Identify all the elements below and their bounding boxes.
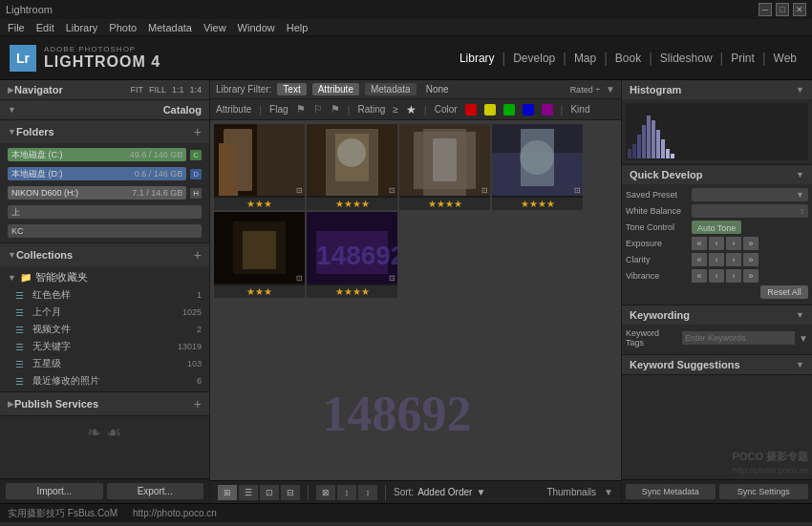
collections-add-button[interactable]: + [194, 247, 202, 263]
filter-tab-metadata[interactable]: Metadata [365, 83, 417, 95]
folder-item[interactable]: 本地磁盘 (C:) 49.6 / 146 GB C [0, 145, 209, 164]
module-develop[interactable]: Develop [507, 52, 561, 65]
menu-photo[interactable]: Photo [109, 22, 137, 33]
filter-tab-none[interactable]: None [426, 84, 449, 95]
minimize-button[interactable]: ─ [759, 3, 772, 16]
collection-item[interactable]: ☰ 最近修改的照片 6 [0, 372, 209, 389]
sort-asc-button[interactable]: ↕ [337, 485, 356, 500]
reset-all-button[interactable]: Reset All [760, 285, 808, 299]
vibrance-dec[interactable]: ‹ [709, 269, 724, 283]
exposure-inc[interactable]: › [726, 237, 741, 250]
menu-file[interactable]: File [8, 22, 25, 33]
fit-label[interactable]: FIT [130, 85, 143, 95]
ratio2-label[interactable]: 1:4 [189, 85, 202, 95]
clarity-inc[interactable]: › [726, 253, 741, 266]
star-rating[interactable]: ★ [406, 103, 417, 116]
photo-cell[interactable]: ★★★★ ⊡ [492, 124, 583, 210]
sync-metadata-button[interactable]: Sync Metadata [626, 484, 716, 499]
grid-view-button[interactable]: ⊞ [218, 485, 237, 500]
color-red[interactable] [465, 104, 477, 116]
folder-item[interactable]: 本地磁盘 (D:) 0.6 / 146 GB D [0, 164, 209, 183]
folder-item[interactable]: NIKON D600 (H:) 7.1 / 14.6 GB H [0, 183, 209, 202]
folders-header[interactable]: ▼ Folders + [0, 120, 209, 143]
color-purple[interactable] [542, 104, 553, 116]
exposure-dec[interactable]: ‹ [709, 237, 724, 250]
navigator-header[interactable]: ▶ Navigator FIT FILL 1:1 1:4 [0, 80, 209, 99]
collection-item[interactable]: ☰ 无关键字 13019 [0, 338, 209, 355]
collection-item[interactable]: ☰ 红色色样 1 [0, 286, 209, 304]
loupe-view-button[interactable]: ☰ [239, 485, 258, 500]
thumbnails-chevron-icon[interactable]: ▼ [604, 487, 613, 497]
spray-tool-button[interactable]: ⊠ [316, 485, 335, 500]
color-yellow[interactable] [484, 104, 496, 116]
histogram-header[interactable]: Histogram ▼ [622, 80, 812, 99]
clarity-inc-inc[interactable]: » [743, 253, 759, 266]
sort-value[interactable]: Added Order [417, 487, 472, 497]
keyword-input[interactable] [682, 331, 795, 345]
flag-reject-button[interactable]: ⚑ [331, 103, 340, 116]
compare-view-button[interactable]: ⊡ [260, 485, 279, 500]
keyword-suggestions-header[interactable]: Keyword Suggestions ▼ [622, 355, 812, 374]
keywording-header[interactable]: Keywording ▼ [622, 305, 812, 325]
smart-collections-parent[interactable]: ▼ 📁 智能收藏夹 [0, 268, 209, 286]
white-balance-control[interactable]: ↕ [692, 204, 808, 218]
collection-item[interactable]: ☰ 五星级 103 [0, 355, 209, 372]
clarity-dec[interactable]: ‹ [709, 253, 724, 266]
flag-pick-button[interactable]: ⚐ [313, 103, 323, 116]
folder-item[interactable]: 上 [0, 202, 209, 221]
export-button[interactable]: Export... [107, 483, 204, 499]
ratio1-label[interactable]: 1:1 [172, 85, 184, 95]
survey-view-button[interactable]: ⊟ [281, 485, 300, 500]
photo-cell[interactable]: 148692 ★★★★ ⊡ [307, 212, 397, 298]
menu-help[interactable]: Help [287, 22, 309, 33]
exposure-inc-inc[interactable]: » [743, 237, 759, 250]
close-button[interactable]: ✕ [793, 3, 806, 16]
menu-edit[interactable]: Edit [36, 22, 54, 33]
module-web[interactable]: Web [768, 52, 802, 65]
menu-metadata[interactable]: Metadata [148, 22, 192, 33]
menu-library[interactable]: Library [66, 22, 98, 33]
auto-tone-button[interactable]: Auto Tone [692, 221, 741, 234]
publish-services-header[interactable]: ▶ Publish Services + [0, 392, 209, 415]
module-library[interactable]: Library [454, 52, 501, 65]
collection-item[interactable]: ☰ 上个月 1025 [0, 304, 209, 321]
color-green[interactable] [503, 104, 515, 116]
publish-services-add-button[interactable]: + [194, 396, 202, 411]
sort-chevron-icon[interactable]: ▼ [476, 487, 485, 497]
filter-expand-icon[interactable]: ▼ [606, 84, 615, 95]
sort-desc-button[interactable]: ↕ [358, 485, 377, 500]
flag-white-button[interactable]: ⚑ [296, 103, 306, 116]
menu-window[interactable]: Window [238, 22, 275, 33]
collections-header[interactable]: ▼ Collections + [0, 243, 209, 266]
module-book[interactable]: Book [609, 52, 647, 65]
menu-bar: File Edit Library Photo Metadata View Wi… [0, 19, 812, 36]
menu-view[interactable]: View [203, 22, 226, 33]
filter-tab-attribute[interactable]: Attribute [312, 83, 359, 95]
folder-item[interactable]: KC [0, 221, 209, 241]
import-button[interactable]: Import... [6, 483, 103, 499]
exposure-dec-dec[interactable]: « [692, 237, 707, 250]
maximize-button[interactable]: □ [776, 3, 789, 16]
saved-preset-control[interactable]: ▼ [692, 188, 808, 201]
keyword-expand-button[interactable]: ▼ [799, 333, 808, 344]
photo-cell[interactable]: ★★★ ⊡ [214, 124, 305, 210]
clarity-dec-dec[interactable]: « [692, 253, 707, 266]
filter-tab-text[interactable]: Text [277, 83, 306, 95]
color-blue[interactable] [523, 104, 534, 116]
module-print[interactable]: Print [725, 52, 760, 65]
folders-add-button[interactable]: + [194, 124, 202, 139]
photo-cell[interactable]: ★★★★ ⊡ [399, 124, 490, 210]
photo-cell[interactable]: ★★★★ ⊡ [307, 124, 397, 210]
bottom-buttons: Import... Export... [0, 478, 209, 503]
fill-label[interactable]: FILL [149, 85, 166, 95]
collection-item[interactable]: ☰ 视频文件 2 [0, 321, 209, 338]
sync-settings-button[interactable]: Sync Settings [719, 484, 809, 499]
vibrance-inc[interactable]: › [726, 269, 741, 283]
vibrance-dec-dec[interactable]: « [692, 269, 707, 283]
catalog-header[interactable]: ▼ Catalog [0, 100, 209, 119]
photo-cell[interactable]: ★★★ ⊡ [214, 212, 305, 298]
vibrance-inc-inc[interactable]: » [743, 269, 759, 283]
module-map[interactable]: Map [568, 52, 602, 65]
quick-develop-header[interactable]: Quick Develop ▼ [622, 165, 812, 184]
module-slideshow[interactable]: Slideshow [654, 52, 718, 65]
